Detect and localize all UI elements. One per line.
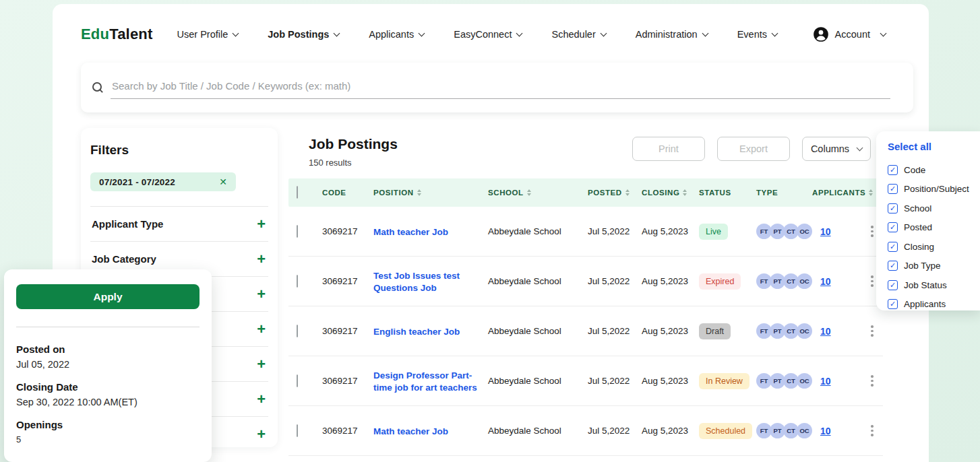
expand-section-icon[interactable]: + — [257, 217, 266, 232]
expand-section-icon[interactable]: + — [257, 322, 266, 337]
row-menu-icon[interactable] — [868, 372, 876, 389]
sort-icon[interactable] — [527, 189, 531, 196]
row-checkbox[interactable] — [297, 424, 298, 437]
sort-icon[interactable] — [869, 189, 873, 196]
column-header-position[interactable]: POSITION — [373, 189, 488, 197]
search-icon — [92, 81, 104, 94]
column-header-applicants[interactable]: APPLICANTS — [812, 189, 861, 197]
chevron-down-icon — [233, 30, 239, 36]
nav-item-administration[interactable]: Administration — [636, 29, 708, 40]
row-menu-icon[interactable] — [868, 273, 876, 290]
columns-button-label: Columns — [811, 143, 849, 154]
checkbox-checked-icon[interactable]: ✓ — [888, 222, 898, 232]
chevron-down-icon — [880, 30, 887, 36]
row-checkbox[interactable] — [297, 275, 298, 288]
column-header-label: CLOSING — [642, 189, 679, 197]
checkbox-checked-icon[interactable]: ✓ — [888, 299, 898, 309]
row-menu-icon[interactable] — [868, 323, 876, 339]
top-nav: EduTalent User ProfileJob PostingsApplic… — [53, 4, 929, 65]
posted-cell: Jul 5,2022 — [588, 226, 642, 236]
applicants-link[interactable]: 10 — [820, 326, 831, 337]
nav-item-easyconnect[interactable]: EasyConnect — [454, 29, 522, 40]
code-cell: 3069217 — [322, 326, 373, 336]
apply-button[interactable]: Apply — [16, 284, 200, 309]
expand-section-icon[interactable]: + — [257, 392, 266, 407]
job-type-chip: OC — [797, 423, 812, 438]
position-link[interactable]: Test Job Issues test Questions Job — [373, 271, 460, 293]
status-badge: Scheduled — [699, 423, 752, 439]
checkbox-checked-icon[interactable]: ✓ — [888, 184, 898, 194]
column-header-closing[interactable]: CLOSING — [642, 189, 699, 197]
date-range-chip[interactable]: 07/2021 - 07/2022 ✕ — [90, 172, 236, 191]
nav-item-user-profile[interactable]: User Profile — [177, 29, 239, 40]
expand-section-icon[interactable]: + — [257, 287, 266, 302]
column-header-posted[interactable]: POSTED — [588, 189, 642, 197]
nav-menu: User ProfileJob PostingsApplicantsEasyCo… — [177, 29, 812, 40]
job-postings-table: CODEPOSITIONSCHOOLPOSTEDCLOSINGSTATUSTYP… — [288, 178, 883, 456]
nav-item-job-postings[interactable]: Job Postings — [268, 29, 339, 40]
remove-filter-icon[interactable]: ✕ — [219, 177, 227, 187]
column-option-closing: ✓Closing — [888, 237, 973, 257]
nav-item-applicants[interactable]: Applicants — [369, 29, 424, 40]
column-header-code: CODE — [322, 189, 373, 197]
chevron-down-icon — [516, 30, 523, 36]
column-option-job-type: ✓Job Type — [888, 257, 973, 276]
column-option-school: ✓School — [888, 199, 973, 218]
expand-section-icon[interactable]: + — [257, 252, 266, 267]
job-type-chips: FTPTCTOC — [756, 323, 812, 339]
column-header-school[interactable]: SCHOOL — [488, 189, 588, 197]
sort-icon[interactable] — [417, 189, 421, 196]
row-checkbox[interactable] — [297, 225, 298, 238]
expand-section-icon[interactable]: + — [257, 427, 266, 442]
export-button[interactable]: Export — [717, 137, 790, 161]
table-header-row: CODEPOSITIONSCHOOLPOSTEDCLOSINGSTATUSTYP… — [288, 178, 883, 207]
expand-section-icon[interactable]: + — [257, 357, 266, 372]
column-option-posted: ✓Posted — [888, 218, 973, 238]
sort-icon[interactable] — [625, 189, 630, 196]
column-header-label: STATUS — [699, 189, 731, 197]
checkbox-checked-icon[interactable]: ✓ — [888, 165, 898, 175]
code-cell: 3069217 — [322, 226, 373, 236]
row-checkbox[interactable] — [297, 374, 298, 387]
table-body: 3069217 Math teacher Job Abbeydale Schoo… — [288, 207, 883, 456]
print-button[interactable]: Print — [632, 137, 705, 161]
account-avatar-icon — [812, 26, 830, 43]
logo[interactable]: EduTalent — [81, 26, 153, 43]
column-option-label: Code — [904, 165, 925, 175]
row-checkbox[interactable] — [297, 325, 298, 337]
applicants-link[interactable]: 10 — [820, 276, 831, 287]
columns-button[interactable]: Columns — [802, 137, 871, 161]
checkbox-checked-icon[interactable]: ✓ — [888, 280, 898, 290]
checkbox-checked-icon[interactable]: ✓ — [888, 261, 898, 271]
search-input[interactable] — [111, 76, 890, 99]
column-option-label: Position/Subject — [904, 184, 969, 194]
chevron-down-icon — [419, 30, 425, 36]
table-row: 3069217 Math teacher Job Abbeydale Schoo… — [288, 207, 883, 257]
row-menu-icon[interactable] — [868, 223, 876, 240]
logo-talent: Talent — [109, 26, 152, 42]
nav-item-label: Applicants — [369, 29, 414, 40]
row-menu-icon[interactable] — [868, 422, 876, 439]
code-cell: 3069217 — [322, 276, 373, 286]
applicants-link[interactable]: 10 — [820, 426, 831, 436]
checkbox-checked-icon[interactable]: ✓ — [888, 242, 898, 252]
applicants-link[interactable]: 10 — [820, 226, 831, 237]
position-link[interactable]: Math teacher Job — [373, 426, 458, 436]
position-link[interactable]: English teacher Job — [373, 327, 469, 337]
select-all-rows-checkbox[interactable] — [297, 186, 298, 199]
position-link[interactable]: Design Professor Part-time job for art t… — [373, 370, 487, 393]
nav-item-events[interactable]: Events — [737, 29, 777, 40]
school-cell: Abbeydale School — [488, 226, 588, 236]
applicants-link[interactable]: 10 — [820, 376, 831, 387]
sort-icon[interactable] — [683, 189, 687, 196]
date-range-text: 07/2021 - 07/2022 — [99, 177, 175, 187]
nav-item-scheduler[interactable]: Scheduler — [551, 29, 605, 40]
chevron-down-icon — [857, 144, 863, 151]
checkbox-checked-icon[interactable]: ✓ — [888, 203, 898, 213]
position-link[interactable]: Math teacher Job — [373, 227, 458, 237]
account-menu[interactable]: Account — [812, 26, 886, 43]
select-all-link[interactable]: Select all — [888, 141, 973, 152]
openings-label: Openings — [16, 419, 200, 430]
school-cell: Abbeydale School — [488, 326, 588, 336]
column-header-label: POSTED — [588, 189, 622, 197]
